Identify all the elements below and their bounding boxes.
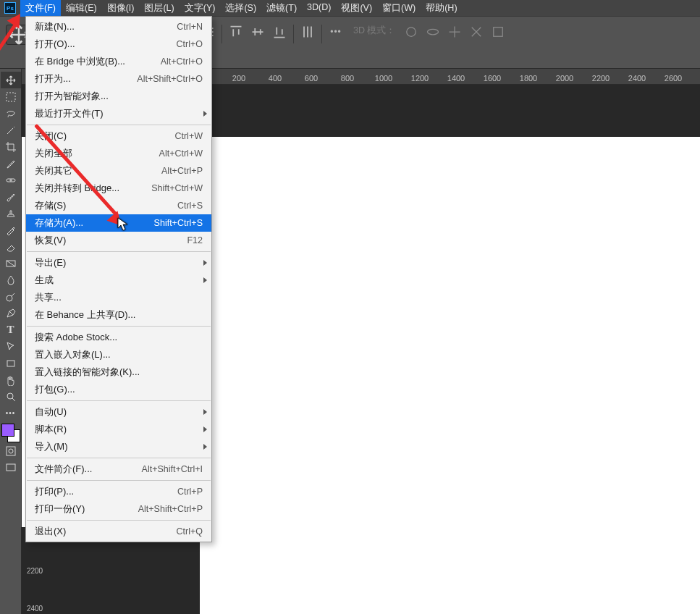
3d-slide-icon[interactable] <box>469 25 484 39</box>
menu-item-label: 关闭其它 <box>35 164 161 177</box>
ruler-mark: 200 <box>232 74 245 83</box>
menu-item[interactable]: 导出(E) <box>26 254 211 272</box>
menu-item-label: 脚本(R) <box>35 423 203 436</box>
menu-item[interactable]: 自动(U) <box>26 403 211 421</box>
menubar-item-0[interactable]: 文件(F) <box>20 0 61 17</box>
menu-item-shortcut: Ctrl+P <box>177 487 203 497</box>
svg-rect-11 <box>7 464 15 471</box>
menubar-item-4[interactable]: 文字(Y) <box>180 0 221 17</box>
menu-item[interactable]: 在 Bridge 中浏览(B)...Alt+Ctrl+O <box>26 53 211 70</box>
more-options-icon[interactable]: ••• <box>329 25 343 39</box>
type-tool-icon[interactable]: T <box>1 321 21 338</box>
menubar-item-7[interactable]: 3D(D) <box>302 0 336 17</box>
distribute-v-icon[interactable] <box>300 25 315 39</box>
menu-separator <box>27 520 211 521</box>
align-top-icon[interactable] <box>229 25 243 39</box>
pen-tool-icon[interactable] <box>1 305 21 321</box>
menu-item[interactable]: 打包(G)... <box>26 381 211 398</box>
menubar-item-6[interactable]: 滤镜(T) <box>261 0 302 17</box>
menu-item-shortcut: Ctrl+N <box>177 22 203 32</box>
menubar-item-8[interactable]: 视图(V) <box>336 0 377 17</box>
menu-item[interactable]: 关闭并转到 Bridge...Shift+Ctrl+W <box>26 180 211 197</box>
menu-item[interactable]: 置入链接的智能对象(K)... <box>26 363 211 381</box>
menu-item-label: 导入(M) <box>35 440 203 453</box>
menu-item[interactable]: 置入嵌入对象(L)... <box>26 346 211 363</box>
3d-orbit-icon[interactable] <box>404 25 418 39</box>
history-brush-tool-icon[interactable] <box>1 222 21 238</box>
ruler-mark: 1800 <box>520 74 537 83</box>
marquee-tool-icon[interactable] <box>1 88 21 105</box>
path-selection-tool-icon[interactable] <box>1 338 21 355</box>
eraser-tool-icon[interactable] <box>1 238 21 255</box>
crop-tool-icon[interactable] <box>1 138 21 155</box>
3d-rotate-icon[interactable] <box>426 25 440 39</box>
magic-wand-tool-icon[interactable] <box>1 122 21 138</box>
menu-item[interactable]: 导入(M) <box>26 438 211 455</box>
brush-tool-icon[interactable] <box>1 188 21 205</box>
menubar-item-9[interactable]: 窗口(W) <box>377 0 421 17</box>
menu-item-label: 新建(N)... <box>35 20 177 33</box>
menu-item[interactable]: 共享... <box>26 289 211 306</box>
edit-toolbar-icon[interactable]: ••• <box>1 405 21 421</box>
menu-item[interactable]: 生成 <box>26 272 211 289</box>
menu-item[interactable]: 打开为...Alt+Shift+Ctrl+O <box>26 70 211 88</box>
menu-item[interactable]: 打开(O)...Ctrl+O <box>26 35 211 53</box>
gradient-tool-icon[interactable] <box>1 255 21 272</box>
menubar-item-3[interactable]: 图层(L) <box>139 0 179 17</box>
menu-item-shortcut: Ctrl+W <box>174 131 203 141</box>
3d-pan-icon[interactable] <box>447 25 462 39</box>
menu-item[interactable]: 关闭其它Alt+Ctrl+P <box>26 162 211 180</box>
hand-tool-icon[interactable] <box>1 371 21 388</box>
menu-item-label: 置入链接的智能对象(K)... <box>35 366 203 379</box>
menu-item[interactable]: 搜索 Adobe Stock... <box>26 329 211 346</box>
menu-item[interactable]: 打印(P)...Ctrl+P <box>26 483 211 500</box>
menu-item[interactable]: 脚本(R) <box>26 421 211 438</box>
foreground-color-swatch[interactable] <box>1 424 14 437</box>
menubar-item-10[interactable]: 帮助(H) <box>421 0 462 17</box>
3d-scale-icon[interactable] <box>491 25 505 39</box>
quick-mask-icon[interactable] <box>1 442 21 459</box>
ruler-mark: 1000 <box>375 74 392 83</box>
menu-item-label: 最近打开文件(T) <box>35 107 203 120</box>
menu-item[interactable]: 在 Behance 上共享(D)... <box>26 306 211 324</box>
vruler-mark: 2200 <box>27 567 43 575</box>
menubar-item-2[interactable]: 图像(I) <box>102 0 140 17</box>
ruler-mark: 600 <box>305 74 318 83</box>
ruler-mark: 1400 <box>447 74 465 83</box>
svg-point-6 <box>7 295 12 301</box>
eyedropper-tool-icon[interactable] <box>1 155 21 172</box>
menu-item[interactable]: 打印一份(Y)Alt+Shift+Ctrl+P <box>26 500 211 518</box>
dodge-tool-icon[interactable] <box>1 288 21 305</box>
menu-item-label: 自动(U) <box>35 405 203 419</box>
rectangle-tool-icon[interactable] <box>1 355 21 371</box>
align-bottom-icon[interactable] <box>272 25 287 39</box>
menu-item-label: 置入嵌入对象(L)... <box>35 348 203 361</box>
svg-point-10 <box>9 449 13 453</box>
menu-item-label: 关闭全部 <box>35 147 159 160</box>
clone-stamp-tool-icon[interactable] <box>1 205 21 222</box>
menu-item[interactable]: 退出(X)Ctrl+Q <box>26 523 211 540</box>
zoom-tool-icon[interactable] <box>1 388 21 405</box>
menu-item[interactable]: 文件简介(F)...Alt+Shift+Ctrl+I <box>26 460 211 478</box>
menu-item-label: 生成 <box>35 274 203 287</box>
menu-separator <box>27 480 211 481</box>
menu-item[interactable]: 打开为智能对象... <box>26 88 211 105</box>
menu-item-label: 搜索 Adobe Stock... <box>35 331 203 344</box>
menu-item-shortcut: Alt+Shift+Ctrl+I <box>142 464 203 474</box>
color-swatches[interactable] <box>1 424 20 442</box>
move-tool-icon[interactable] <box>1 72 21 88</box>
screen-mode-icon[interactable] <box>1 459 21 476</box>
align-middle-v-icon[interactable] <box>250 25 265 39</box>
svg-rect-3 <box>7 93 15 101</box>
menu-item-shortcut: Alt+Shift+Ctrl+O <box>137 74 203 84</box>
menu-item[interactable]: 新建(N)...Ctrl+N <box>26 18 211 35</box>
menubar-item-5[interactable]: 选择(S) <box>220 0 261 17</box>
menu-item[interactable]: 最近打开文件(T) <box>26 105 211 122</box>
blur-tool-icon[interactable] <box>1 272 21 288</box>
menu-separator <box>27 125 211 125</box>
menu-separator <box>27 400 211 401</box>
healing-brush-tool-icon[interactable] <box>1 172 21 188</box>
menubar-item-1[interactable]: 编辑(E) <box>61 0 102 17</box>
menu-item-label: 打开为... <box>35 72 137 85</box>
lasso-tool-icon[interactable] <box>1 105 21 122</box>
